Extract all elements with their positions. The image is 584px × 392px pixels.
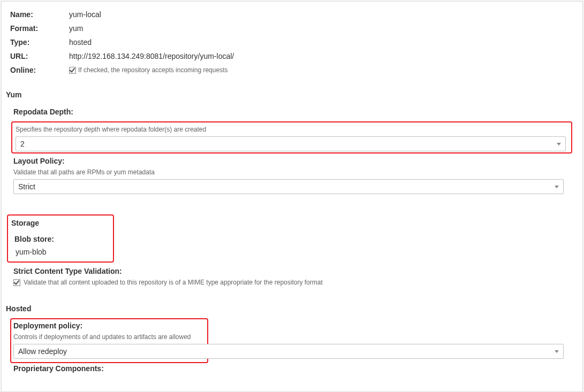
label-proprietary-components: Proprietary Components: [13,364,574,373]
deployment-policy-value: Allow redeploy [18,347,555,356]
label-format: Format: [10,24,69,33]
online-hint: If checked, the repository accepts incom… [78,66,227,74]
chevron-down-icon [555,350,559,353]
hint-strict-content: Validate that all content uploaded to th… [24,279,323,286]
chevron-down-icon [557,143,561,145]
highlight-storage: Storage Blob store: yum-blob [7,214,114,263]
label-repodata-depth: Repodata Depth: [13,107,574,116]
value-url: http://192.168.134.249:8081/repository/y… [69,52,234,60]
section-hosted: Hosted [6,304,574,313]
label-type: Type: [10,38,69,47]
deployment-policy-select[interactable]: Allow redeploy [13,344,564,359]
label-url: URL: [10,52,69,60]
layout-policy-select[interactable]: Strict [13,179,564,194]
label-online: Online: [10,66,69,74]
row-name: Name: yum-local [10,10,574,19]
repodata-depth-value: 2 [20,140,557,148]
section-yum: Yum [6,90,574,99]
row-format: Format: yum [10,24,574,33]
value-format: yum [69,24,83,33]
value-type: hosted [69,38,92,47]
online-checkbox[interactable] [69,67,76,74]
repodata-depth-select[interactable]: 2 [16,136,566,151]
label-strict-content: Strict Content Type Validation: [13,267,574,275]
hint-repodata-depth: Specifies the repository depth where rep… [16,126,568,133]
row-type: Type: hosted [10,38,574,47]
hint-layout-policy: Validate that all paths are RPMs or yum … [13,168,574,176]
row-online: Online: If checked, the repository accep… [10,66,574,74]
value-name: yum-local [69,10,101,19]
repository-settings-panel: Name: yum-local Format: yum Type: hosted… [1,1,583,392]
section-storage: Storage [11,219,110,227]
row-url: URL: http://192.168.134.249:8081/reposit… [10,52,574,60]
strict-content-checkbox[interactable] [13,279,20,286]
value-blob-store: yum-blob [16,248,110,256]
label-layout-policy: Layout Policy: [13,157,574,165]
hint-deployment-policy: Controls if deployments of and updates t… [13,333,574,341]
layout-policy-value: Strict [18,182,555,191]
label-blob-store: Blob store: [14,235,110,243]
label-name: Name: [10,10,69,19]
label-deployment-policy: Deployment policy: [13,321,574,330]
highlight-repodata: Specifies the repository depth where rep… [11,121,572,153]
chevron-down-icon [555,186,559,188]
